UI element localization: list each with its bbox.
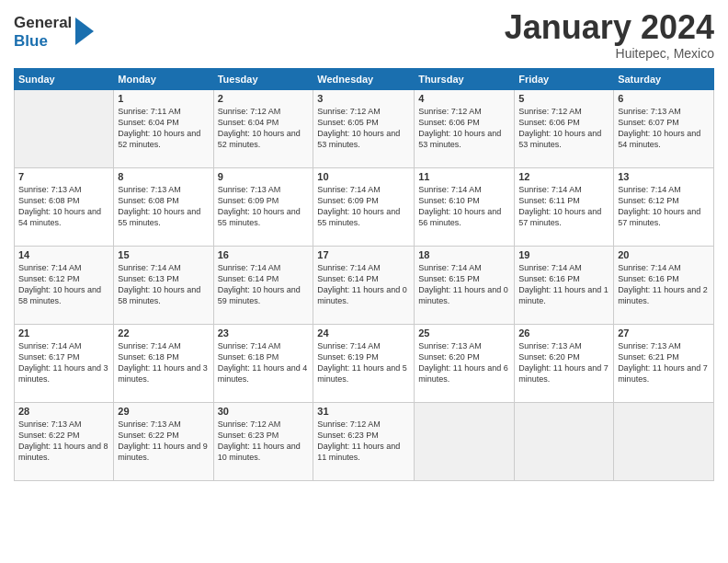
day-number: 29 <box>118 406 209 417</box>
calendar-cell <box>15 89 114 167</box>
day-info: Sunrise: 7:14 AMSunset: 6:16 PMDaylight:… <box>518 262 609 307</box>
day-number: 28 <box>18 406 109 417</box>
day-number: 19 <box>518 249 609 260</box>
calendar-cell: 10Sunrise: 7:14 AMSunset: 6:09 PMDayligh… <box>313 167 415 246</box>
calendar-cell: 24Sunrise: 7:14 AMSunset: 6:19 PMDayligh… <box>313 324 415 402</box>
day-info: Sunrise: 7:12 AMSunset: 6:04 PMDaylight:… <box>218 106 310 151</box>
day-number: 11 <box>418 171 510 182</box>
day-info: Sunrise: 7:14 AMSunset: 6:12 PMDaylight:… <box>18 262 109 307</box>
subtitle: Huitepec, Mexico <box>505 46 714 61</box>
logo-general: General <box>14 14 72 32</box>
day-number: 3 <box>317 93 410 104</box>
day-number: 20 <box>618 249 710 260</box>
col-header-friday: Friday <box>515 68 614 89</box>
day-info: Sunrise: 7:14 AMSunset: 6:16 PMDaylight:… <box>618 262 710 307</box>
calendar-cell: 6Sunrise: 7:13 AMSunset: 6:07 PMDaylight… <box>614 89 714 167</box>
day-info: Sunrise: 7:14 AMSunset: 6:14 PMDaylight:… <box>218 262 310 307</box>
week-row-4: 21Sunrise: 7:14 AMSunset: 6:17 PMDayligh… <box>15 324 714 402</box>
day-info: Sunrise: 7:13 AMSunset: 6:09 PMDaylight:… <box>218 184 310 229</box>
calendar-cell: 14Sunrise: 7:14 AMSunset: 6:12 PMDayligh… <box>15 246 114 324</box>
day-number: 6 <box>618 93 710 104</box>
day-number: 16 <box>218 249 310 260</box>
col-header-wednesday: Wednesday <box>313 68 415 89</box>
day-number: 2 <box>218 93 310 104</box>
calendar-cell: 22Sunrise: 7:14 AMSunset: 6:18 PMDayligh… <box>114 324 213 402</box>
day-info: Sunrise: 7:12 AMSunset: 6:06 PMDaylight:… <box>418 106 510 151</box>
calendar-table: SundayMondayTuesdayWednesdayThursdayFrid… <box>14 68 714 481</box>
day-number: 12 <box>518 171 609 182</box>
calendar-cell: 1Sunrise: 7:11 AMSunset: 6:04 PMDaylight… <box>114 89 213 167</box>
calendar-cell: 23Sunrise: 7:14 AMSunset: 6:18 PMDayligh… <box>213 324 313 402</box>
calendar-cell: 21Sunrise: 7:14 AMSunset: 6:17 PMDayligh… <box>15 324 114 402</box>
day-number: 21 <box>18 327 109 339</box>
col-header-sunday: Sunday <box>15 68 114 89</box>
logo-text: General Blue <box>14 14 94 51</box>
day-number: 31 <box>317 406 410 417</box>
calendar-cell: 16Sunrise: 7:14 AMSunset: 6:14 PMDayligh… <box>213 246 313 324</box>
calendar-cell: 11Sunrise: 7:14 AMSunset: 6:10 PMDayligh… <box>415 167 515 246</box>
day-number: 18 <box>418 249 510 260</box>
calendar-cell <box>515 402 614 480</box>
day-info: Sunrise: 7:14 AMSunset: 6:13 PMDaylight:… <box>118 262 209 307</box>
day-number: 4 <box>418 93 510 104</box>
calendar-cell: 9Sunrise: 7:13 AMSunset: 6:09 PMDaylight… <box>213 167 313 246</box>
day-info: Sunrise: 7:13 AMSunset: 6:22 PMDaylight:… <box>118 419 209 464</box>
page: General Blue January 2024 Huitepec, Mexi… <box>0 0 728 563</box>
calendar-cell: 19Sunrise: 7:14 AMSunset: 6:16 PMDayligh… <box>515 246 614 324</box>
day-info: Sunrise: 7:11 AMSunset: 6:04 PMDaylight:… <box>118 106 209 151</box>
header: General Blue January 2024 Huitepec, Mexi… <box>14 9 714 61</box>
month-title: January 2024 <box>505 9 714 46</box>
col-header-tuesday: Tuesday <box>213 68 313 89</box>
calendar-cell: 5Sunrise: 7:12 AMSunset: 6:06 PMDaylight… <box>515 89 614 167</box>
calendar-cell: 20Sunrise: 7:14 AMSunset: 6:16 PMDayligh… <box>614 246 714 324</box>
day-info: Sunrise: 7:13 AMSunset: 6:08 PMDaylight:… <box>118 184 209 229</box>
day-number: 27 <box>618 327 710 339</box>
week-row-2: 7Sunrise: 7:13 AMSunset: 6:08 PMDaylight… <box>15 167 714 246</box>
calendar-cell: 12Sunrise: 7:14 AMSunset: 6:11 PMDayligh… <box>515 167 614 246</box>
day-info: Sunrise: 7:12 AMSunset: 6:06 PMDaylight:… <box>518 106 609 151</box>
day-number: 14 <box>18 249 109 260</box>
week-row-5: 28Sunrise: 7:13 AMSunset: 6:22 PMDayligh… <box>15 402 714 480</box>
day-number: 17 <box>317 249 410 260</box>
day-info: Sunrise: 7:13 AMSunset: 6:08 PMDaylight:… <box>18 184 109 229</box>
calendar-cell: 18Sunrise: 7:14 AMSunset: 6:15 PMDayligh… <box>415 246 515 324</box>
calendar-cell: 27Sunrise: 7:13 AMSunset: 6:21 PMDayligh… <box>614 324 714 402</box>
week-row-1: 1Sunrise: 7:11 AMSunset: 6:04 PMDaylight… <box>15 89 714 167</box>
day-number: 25 <box>418 327 510 339</box>
day-info: Sunrise: 7:12 AMSunset: 6:05 PMDaylight:… <box>317 106 410 151</box>
day-info: Sunrise: 7:14 AMSunset: 6:15 PMDaylight:… <box>418 262 510 307</box>
day-info: Sunrise: 7:14 AMSunset: 6:11 PMDaylight:… <box>518 184 609 229</box>
day-number: 10 <box>317 171 410 182</box>
calendar-cell: 2Sunrise: 7:12 AMSunset: 6:04 PMDaylight… <box>213 89 313 167</box>
day-number: 5 <box>518 93 609 104</box>
calendar-cell: 26Sunrise: 7:13 AMSunset: 6:20 PMDayligh… <box>515 324 614 402</box>
calendar-cell: 17Sunrise: 7:14 AMSunset: 6:14 PMDayligh… <box>313 246 415 324</box>
logo-blue: Blue <box>14 32 72 51</box>
day-info: Sunrise: 7:13 AMSunset: 6:07 PMDaylight:… <box>618 106 710 151</box>
day-info: Sunrise: 7:14 AMSunset: 6:14 PMDaylight:… <box>317 262 410 307</box>
logo-triangle-icon <box>75 17 94 45</box>
day-number: 1 <box>118 93 209 104</box>
day-number: 7 <box>18 171 109 182</box>
week-row-3: 14Sunrise: 7:14 AMSunset: 6:12 PMDayligh… <box>15 246 714 324</box>
calendar-cell: 3Sunrise: 7:12 AMSunset: 6:05 PMDaylight… <box>313 89 415 167</box>
calendar-cell: 29Sunrise: 7:13 AMSunset: 6:22 PMDayligh… <box>114 402 213 480</box>
day-number: 26 <box>518 327 609 339</box>
day-number: 8 <box>118 171 209 182</box>
day-number: 30 <box>218 406 310 417</box>
calendar-cell: 28Sunrise: 7:13 AMSunset: 6:22 PMDayligh… <box>15 402 114 480</box>
day-info: Sunrise: 7:14 AMSunset: 6:19 PMDaylight:… <box>317 340 410 385</box>
day-info: Sunrise: 7:14 AMSunset: 6:18 PMDaylight:… <box>218 340 310 385</box>
col-header-monday: Monday <box>114 68 213 89</box>
day-number: 13 <box>618 171 710 182</box>
logo: General Blue <box>14 14 94 51</box>
calendar-cell: 15Sunrise: 7:14 AMSunset: 6:13 PMDayligh… <box>114 246 213 324</box>
col-header-thursday: Thursday <box>415 68 515 89</box>
svg-marker-0 <box>75 17 94 45</box>
day-info: Sunrise: 7:13 AMSunset: 6:20 PMDaylight:… <box>418 340 510 385</box>
day-number: 15 <box>118 249 209 260</box>
calendar-cell: 7Sunrise: 7:13 AMSunset: 6:08 PMDaylight… <box>15 167 114 246</box>
day-info: Sunrise: 7:14 AMSunset: 6:12 PMDaylight:… <box>618 184 710 229</box>
day-info: Sunrise: 7:14 AMSunset: 6:10 PMDaylight:… <box>418 184 510 229</box>
day-info: Sunrise: 7:14 AMSunset: 6:09 PMDaylight:… <box>317 184 410 229</box>
